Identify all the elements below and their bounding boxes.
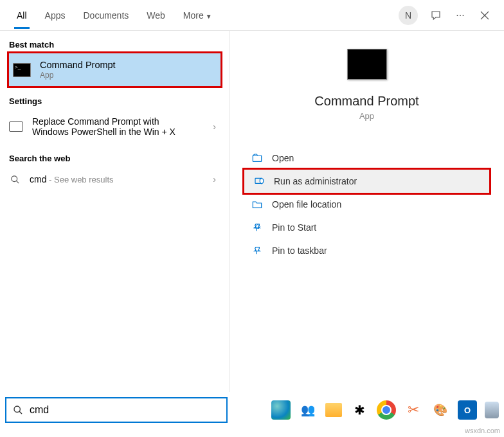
preview-app-icon [347,49,387,80]
taskbar-paint-icon[interactable]: 🎨 [431,400,450,420]
action-open-label: Open [272,153,294,163]
result-subtitle: App [40,71,217,80]
folder-icon [251,199,263,210]
command-prompt-icon [13,63,31,77]
settings-label: Settings [0,93,229,110]
svg-rect-1 [253,156,261,161]
feedback-icon[interactable] [429,9,442,22]
taskbar: 👥 ✱ ✂ 🎨 O [271,397,499,423]
search-input[interactable] [30,404,220,416]
action-open[interactable]: Open [242,147,491,170]
svg-point-3 [14,406,20,412]
watermark: wsxdn.com [465,427,500,434]
pin-icon [251,245,263,256]
taskbar-file-explorer-icon[interactable] [325,403,342,417]
taskbar-teams-icon[interactable]: 👥 [298,400,318,420]
search-icon [9,174,21,185]
actions-list: Open Run as administrator Open file loca… [230,147,504,262]
preview-subtitle: App [359,111,374,121]
results-panel: Best match Command Prompt App Settings R… [0,31,229,392]
tab-all[interactable]: All [8,3,36,28]
best-match-label: Best match [0,36,229,53]
result-settings-replace-cmd[interactable]: Replace Command Prompt with Windows Powe… [0,110,229,143]
result-title: Command Prompt [40,60,217,70]
shield-icon [253,176,265,186]
settings-icon [9,121,23,132]
taskbar-outlook-icon[interactable]: O [458,400,477,420]
settings-line1: Replace Command Prompt with [32,116,204,127]
result-command-prompt[interactable]: Command Prompt App [7,51,222,88]
search-icon [13,405,23,415]
taskbar-desktop-icon[interactable] [485,402,499,418]
action-fileloc-label: Open file location [272,199,341,210]
tab-documents[interactable]: Documents [74,3,138,28]
web-suffix: - See web results [46,175,113,184]
search-tabs: All Apps Documents Web More▼ N ··· [0,0,504,31]
action-pintask-label: Pin to taskbar [272,245,327,256]
chevron-right-icon: › [213,121,220,132]
preview-title: Command Prompt [314,94,419,109]
tab-web[interactable]: Web [138,3,174,28]
action-pin-to-taskbar[interactable]: Pin to taskbar [242,239,491,262]
more-options-icon[interactable]: ··· [454,9,467,22]
user-avatar[interactable]: N [399,6,418,25]
taskbar-chrome-icon[interactable] [377,400,396,420]
chevron-down-icon: ▼ [206,13,212,20]
action-pinstart-label: Pin to Start [272,222,316,233]
taskbar-edge-icon[interactable] [271,400,291,420]
web-term: cmd [30,174,46,184]
settings-line2: Windows PowerShell in the Win + X [32,127,204,137]
header-actions: N ··· [399,6,496,25]
preview-panel: Command Prompt App Open Run as administr… [229,31,504,392]
action-open-file-location[interactable]: Open file location [242,193,491,216]
close-icon[interactable] [478,9,491,22]
taskbar-slack-icon[interactable]: ✱ [350,400,369,420]
action-runadmin-label: Run as administrator [274,176,357,186]
pin-icon [251,222,263,233]
open-icon [251,153,263,163]
tab-more[interactable]: More▼ [174,3,221,28]
svg-point-0 [11,175,17,181]
tab-apps[interactable]: Apps [36,3,75,28]
chevron-right-icon: › [213,174,220,184]
search-web-label: Search the web [0,150,229,167]
taskbar-snip-icon[interactable]: ✂ [404,400,423,420]
content-area: Best match Command Prompt App Settings R… [0,31,504,392]
result-web-cmd[interactable]: cmd - See web results › [0,167,229,192]
action-pin-to-start[interactable]: Pin to Start [242,216,491,239]
action-run-as-administrator[interactable]: Run as administrator [242,168,491,195]
search-bar[interactable] [5,397,228,423]
